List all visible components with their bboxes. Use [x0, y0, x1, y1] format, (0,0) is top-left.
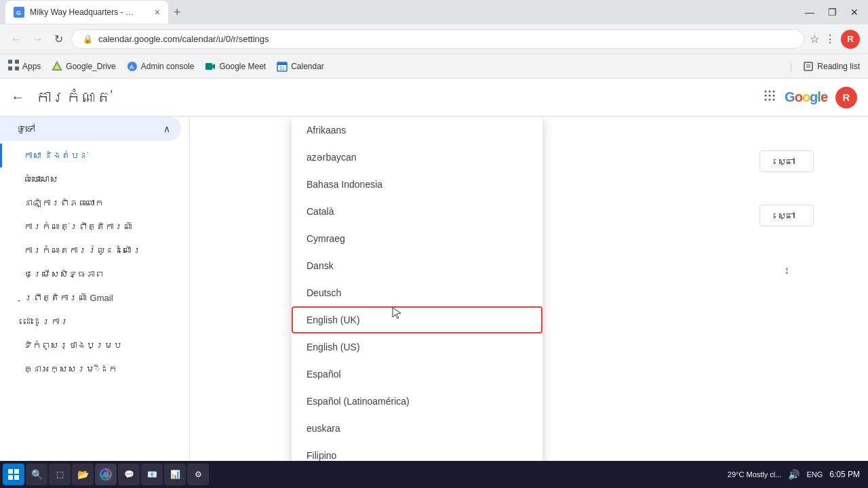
language-dropdown[interactable]: Afrikaans azərbaycan Bahasa Indonesia Ca…: [292, 117, 542, 488]
sidebar-item-shortcuts-label: ទិកំពូសរ្ថាងបម្រប: [24, 340, 122, 350]
bookmark-meet[interactable]: Google Meet: [205, 61, 266, 72]
sidebar-item-offline[interactable]: ដោះដូរការ: [0, 310, 189, 333]
svg-rect-2: [8, 60, 12, 64]
dropdown-item-azerbaycan[interactable]: azərbaycan: [292, 144, 542, 171]
page-content: ← ការកំណត់ Google R ទូទៅ ∧ កាសា និងតំបន់…: [0, 79, 868, 488]
calendar-label: Calendar: [291, 62, 324, 71]
sidebar-item-viewoptions[interactable]: ការកំណតការរំលូនដំណើរ: [0, 239, 189, 262]
taskbar-chrome[interactable]: [95, 464, 117, 485]
dropdown-item-dansk[interactable]: Dansk: [292, 252, 542, 279]
svg-point-25: [769, 99, 771, 101]
svg-rect-28: [14, 469, 19, 474]
taskbar-file-explorer[interactable]: 📂: [72, 464, 94, 485]
taskbar-app5[interactable]: 💬: [118, 464, 140, 485]
window-controls: — ❐ ✕: [801, 5, 863, 19]
settings-page-title: ការកំណត់: [35, 89, 763, 106]
svg-text:A: A: [130, 64, 134, 70]
sidebar-item-gmailevent[interactable]: ព្រឹត្តិការណ៍ Gmail: [0, 286, 189, 310]
dropdown-item-espanol-latinoamerica[interactable]: Español (Latinoamérica): [292, 388, 542, 415]
dropdown-item-euskara[interactable]: euskara: [292, 415, 542, 442]
dropdown-item-deutsch[interactable]: Deutsch: [292, 279, 542, 306]
dropdown-item-espanol[interactable]: Español: [292, 361, 542, 388]
browser-tab[interactable]: G Milky Way Headquarters - ប្រតិ... ×: [5, 1, 168, 24]
bookmark-calendar[interactable]: 31 Calendar: [277, 61, 324, 72]
reading-list-button[interactable]: Reading list: [803, 61, 860, 72]
apps-label: Apps: [22, 62, 41, 71]
sidebar-category-general[interactable]: ទូទៅ ∧: [0, 117, 181, 141]
taskbar-right-section: 29°C Mostly cl... 🔊 ENG 6:05 PM: [728, 469, 865, 480]
sidebar-item-offline-label: ដោះដូរការ: [24, 317, 69, 327]
minimize-button[interactable]: —: [801, 5, 818, 19]
sidebar-item-timezone[interactable]: លំហោមោស: [0, 167, 189, 191]
bookmark-icon[interactable]: ☆: [810, 33, 819, 45]
bookmark-apps[interactable]: Apps: [8, 60, 41, 73]
admin-label: Admin console: [141, 62, 195, 71]
sidebar-item-worldclock[interactable]: នាឡិការពិភពលោក: [0, 191, 189, 215]
browser-toolbar: ← → ↻ 🔒 calendar.google.com/calendar/u/0…: [0, 24, 868, 54]
dropdown-item-english-us[interactable]: English (US): [292, 333, 542, 361]
bookmark-gdrive[interactable]: Google_Drive: [52, 61, 115, 72]
svg-point-23: [773, 95, 775, 97]
taskbar-search[interactable]: 🔍: [26, 464, 47, 485]
svg-rect-27: [8, 469, 13, 474]
sidebar-item-language-label: កាសា និងតំបន់: [24, 150, 88, 161]
more-options-icon[interactable]: ⋮: [825, 33, 835, 45]
apps-menu-icon[interactable]: [763, 89, 776, 106]
dropdown-item-english-uk[interactable]: English (UK): [292, 306, 542, 333]
forward-nav-button[interactable]: →: [30, 30, 46, 48]
dropdown-item-catala[interactable]: Català: [292, 198, 542, 225]
sidebar-item-notifications[interactable]: ជម្រើសសិទ្ធភាព: [0, 262, 189, 286]
sidebar-item-density[interactable]: គ្នាអក្សសរ​​ម​ីដ​ក: [0, 357, 189, 381]
profile-avatar[interactable]: R: [841, 30, 860, 49]
dropdown-item-cymraeg[interactable]: Cymraeg: [292, 225, 542, 252]
tab-title: Milky Way Headquarters - ប្រតិ...: [30, 7, 149, 17]
svg-rect-3: [15, 60, 19, 64]
svg-rect-10: [205, 63, 212, 70]
back-nav-button[interactable]: ←: [8, 30, 24, 48]
taskbar-app7[interactable]: 📊: [164, 464, 186, 485]
reading-list-divider: |: [790, 62, 792, 71]
maximize-button[interactable]: ❐: [824, 5, 841, 19]
sidebar-item-eventsettings[interactable]: ការកំណត់ព្រឹត្តិការណ៍: [0, 215, 189, 239]
svg-marker-11: [212, 64, 215, 69]
sidebar-item-shortcuts[interactable]: ទិកំពូសរ្ថាងបម្រប: [0, 333, 189, 357]
taskbar-app8[interactable]: ⚙: [187, 464, 209, 485]
bookmark-admin[interactable]: A Admin console: [127, 61, 195, 72]
page-profile-avatar[interactable]: R: [835, 87, 857, 108]
svg-point-21: [765, 95, 767, 97]
toolbar-actions: ☆ ⋮ R: [810, 30, 860, 49]
apps-grid-icon: [8, 60, 19, 73]
gdrive-label: Google_Drive: [66, 62, 115, 71]
taskbar-volume-icon[interactable]: 🔊: [788, 469, 800, 480]
meet-label: Google Meet: [219, 62, 266, 71]
dropdown-item-bahasa-indonesia[interactable]: Bahasa Indonesia: [292, 171, 542, 198]
browser-title-bar: G Milky Way Headquarters - ប្រតិ... × + …: [0, 0, 868, 24]
svg-point-26: [773, 99, 775, 101]
sort-arrow-icon: ↕: [760, 264, 814, 277]
start-button[interactable]: [3, 464, 24, 485]
taskbar-taskview[interactable]: ⬚: [49, 464, 71, 485]
sidebar-items-section: កាសា និងតំបន់ លំហោមោស នាឡិការពិភពលោក ការ…: [0, 141, 189, 384]
svg-marker-7: [53, 62, 61, 70]
main-settings-area: Afrikaans azərbaycan Bahasa Indonesia Ca…: [190, 117, 868, 488]
bookmarks-bar: Apps Google_Drive A Admin console Google…: [0, 54, 868, 79]
reload-button[interactable]: ↻: [52, 30, 66, 48]
sidebar-item-density-label: គ្នាអក្សសរ​​ម​ីដ​ក: [24, 364, 117, 374]
taskbar-app6[interactable]: 📧: [141, 464, 163, 485]
taskbar-weather: 29°C Mostly cl...: [728, 470, 782, 479]
sidebar-item-language[interactable]: កាសា និងតំបន់: [0, 144, 189, 167]
close-window-button[interactable]: ✕: [846, 5, 863, 19]
new-tab-button[interactable]: +: [174, 5, 181, 20]
svg-point-20: [773, 91, 775, 93]
windows-taskbar: 🔍 ⬚ 📂 💬 📧 📊 ⚙ 29°C Mostly cl... 🔊 ENG 6:…: [0, 461, 868, 488]
dropdown-item-afrikaans[interactable]: Afrikaans: [292, 117, 542, 144]
address-text: calendar.google.com/calendar/u/0/r/setti…: [98, 34, 793, 44]
tab-favicon: G: [14, 7, 24, 18]
address-bar[interactable]: 🔒 calendar.google.com/calendar/u/0/r/set…: [71, 29, 804, 49]
sidebar-item-worldclock-label: នាឡិការពិភពលោក: [24, 198, 104, 208]
tab-close-button[interactable]: ×: [155, 7, 160, 18]
settings-back-button[interactable]: ←: [11, 89, 24, 105]
svg-rect-5: [15, 66, 19, 70]
taskbar-clock: 6:05 PM: [829, 470, 860, 479]
taskbar-lang: ENG: [806, 470, 823, 479]
